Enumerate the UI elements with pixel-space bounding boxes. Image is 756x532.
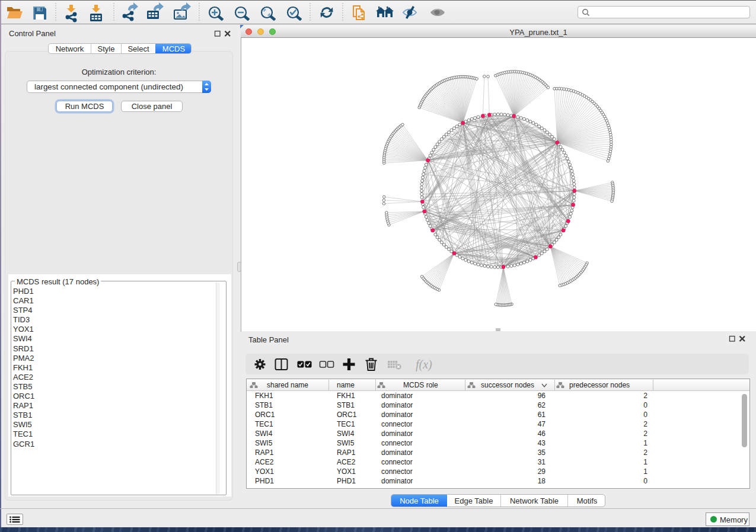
- svg-text:dominator: dominator: [381, 401, 413, 409]
- svg-text:29: 29: [538, 467, 546, 476]
- svg-text:1: 1: [643, 458, 647, 466]
- svg-text:name: name: [337, 381, 355, 389]
- svg-text:YOX1: YOX1: [255, 467, 274, 476]
- svg-text:18: 18: [538, 477, 546, 485]
- svg-text:predecessor nodes: predecessor nodes: [569, 381, 630, 389]
- svg-text:SWI4: SWI4: [255, 430, 273, 438]
- svg-text:successor nodes: successor nodes: [481, 381, 534, 389]
- svg-text:connector: connector: [381, 467, 413, 476]
- svg-text:STB1: STB1: [255, 401, 273, 409]
- svg-text:FKH1: FKH1: [337, 392, 355, 400]
- svg-text:connector: connector: [381, 458, 413, 466]
- svg-text:96: 96: [538, 392, 546, 400]
- svg-text:shared name: shared name: [267, 381, 308, 389]
- svg-text:PHD1: PHD1: [255, 477, 274, 485]
- svg-text:47: 47: [538, 420, 546, 428]
- svg-text:SWI5: SWI5: [255, 439, 273, 447]
- svg-text:0: 0: [643, 411, 647, 419]
- svg-text:connector: connector: [381, 420, 413, 428]
- svg-text:43: 43: [538, 439, 546, 447]
- svg-text:FKH1: FKH1: [255, 392, 273, 400]
- svg-text:connector: connector: [381, 439, 413, 447]
- svg-text:TEC1: TEC1: [337, 420, 355, 428]
- svg-text:f(x): f(x): [416, 358, 432, 371]
- svg-text:2: 2: [643, 392, 647, 400]
- svg-text:35: 35: [538, 448, 546, 457]
- svg-text:TEC1: TEC1: [255, 420, 273, 428]
- svg-text:2: 2: [643, 448, 647, 457]
- svg-text:61: 61: [538, 411, 546, 419]
- svg-text:ACE2: ACE2: [255, 458, 274, 466]
- svg-text:MCDS role: MCDS role: [403, 381, 438, 389]
- svg-text:ACE2: ACE2: [337, 458, 356, 466]
- svg-text:RAP1: RAP1: [337, 448, 356, 457]
- svg-text:2: 2: [643, 420, 647, 428]
- svg-text:2: 2: [643, 430, 647, 438]
- svg-text:dominator: dominator: [381, 411, 413, 419]
- svg-text:0: 0: [643, 477, 647, 485]
- svg-text:PHD1: PHD1: [337, 477, 356, 485]
- svg-text:STB1: STB1: [337, 401, 355, 409]
- svg-text:SWI4: SWI4: [337, 430, 355, 438]
- svg-text:dominator: dominator: [381, 448, 413, 457]
- svg-text:SWI5: SWI5: [337, 439, 355, 447]
- svg-text:YOX1: YOX1: [337, 467, 356, 476]
- svg-text:dominator: dominator: [381, 430, 413, 438]
- svg-text:0: 0: [643, 401, 647, 409]
- svg-text:1: 1: [643, 467, 647, 476]
- svg-text:RAP1: RAP1: [255, 448, 274, 457]
- svg-text:31: 31: [538, 458, 546, 466]
- svg-text:46: 46: [538, 430, 546, 438]
- svg-text:ORC1: ORC1: [337, 411, 357, 419]
- svg-text:ORC1: ORC1: [255, 411, 275, 419]
- svg-text:62: 62: [538, 401, 546, 409]
- svg-text:dominator: dominator: [381, 477, 413, 485]
- svg-text:dominator: dominator: [381, 392, 413, 400]
- svg-text:1: 1: [643, 439, 647, 447]
